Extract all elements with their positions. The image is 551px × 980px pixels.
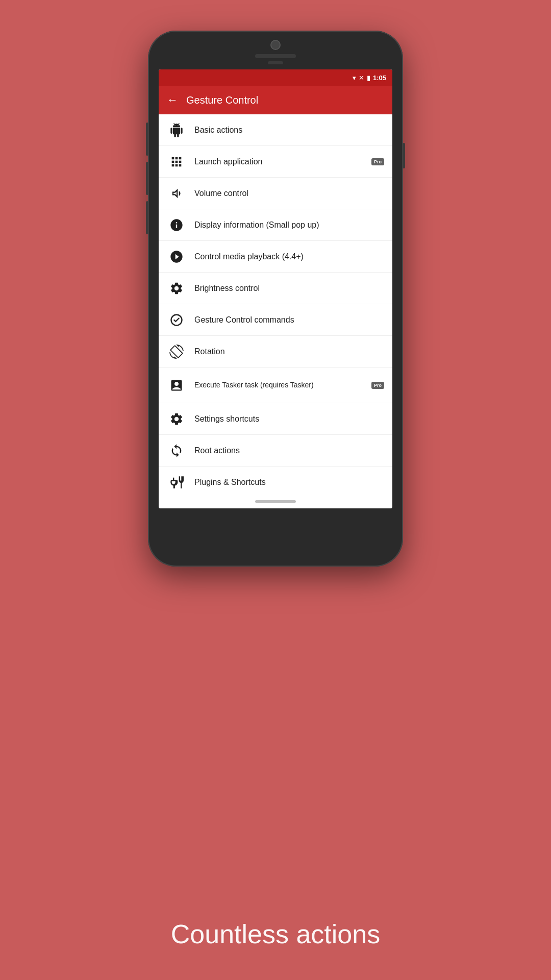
plugins-shortcuts-label: Plugins & Shortcuts bbox=[194, 478, 384, 487]
android-icon bbox=[167, 120, 186, 140]
bottom-tagline: Countless actions bbox=[171, 919, 380, 949]
settings-shortcut-icon bbox=[167, 409, 186, 429]
list-item-control-media[interactable]: Control media playback (4.4+) bbox=[159, 241, 392, 273]
status-icons: ▾ ✕ ▮ 1:05 bbox=[353, 74, 386, 82]
play-circle-icon bbox=[167, 247, 186, 266]
power-button bbox=[146, 122, 148, 156]
settings-shortcuts-label: Settings shortcuts bbox=[194, 414, 384, 424]
launch-application-label: Launch application bbox=[194, 157, 367, 166]
rotation-icon bbox=[167, 342, 186, 361]
speaker bbox=[255, 54, 296, 58]
brightness-control-label: Brightness control bbox=[194, 284, 384, 293]
battery-icon: ▮ bbox=[367, 74, 370, 82]
list-item-plugins-shortcuts[interactable]: Plugins & Shortcuts bbox=[159, 467, 392, 494]
gesture-icon bbox=[167, 310, 186, 330]
side-buttons-left bbox=[146, 122, 148, 234]
display-information-label: Display information (Small pop up) bbox=[194, 220, 384, 230]
status-time: 1:05 bbox=[373, 74, 386, 82]
bottom-indicator bbox=[159, 494, 392, 508]
root-actions-label: Root actions bbox=[194, 446, 384, 455]
execute-tasker-label: Execute Tasker task (requires Tasker) bbox=[194, 380, 367, 389]
grid-icon bbox=[167, 152, 186, 172]
list-item-basic-actions[interactable]: Basic actions bbox=[159, 114, 392, 146]
volume-up-button bbox=[146, 162, 148, 195]
signal-icon: ✕ bbox=[359, 74, 364, 82]
right-button bbox=[403, 143, 405, 168]
gesture-control-commands-label: Gesture Control commands bbox=[194, 315, 384, 325]
side-buttons-right bbox=[403, 143, 405, 168]
plugins-icon bbox=[167, 473, 186, 492]
app-bar: ← Gesture Control bbox=[159, 86, 392, 114]
execute-tasker-pro-badge: Pro bbox=[371, 382, 384, 389]
launch-application-pro-badge: Pro bbox=[371, 158, 384, 165]
tasker-icon bbox=[167, 376, 186, 395]
list-item-rotation[interactable]: Rotation bbox=[159, 336, 392, 368]
list-item-execute-tasker[interactable]: Execute Tasker task (requires Tasker) Pr… bbox=[159, 368, 392, 403]
phone-shell: ▾ ✕ ▮ 1:05 ← Gesture Control bbox=[148, 31, 403, 567]
list-item-root-actions[interactable]: Root actions bbox=[159, 435, 392, 467]
basic-actions-label: Basic actions bbox=[194, 126, 384, 135]
rotation-label: Rotation bbox=[194, 347, 384, 356]
phone-top bbox=[148, 31, 403, 64]
volume-control-label: Volume control bbox=[194, 189, 384, 198]
front-sensor bbox=[268, 61, 283, 64]
status-bar: ▾ ✕ ▮ 1:05 bbox=[159, 69, 392, 86]
home-indicator bbox=[255, 500, 296, 503]
menu-list[interactable]: Basic actions Launch application Pro Vol… bbox=[159, 114, 392, 494]
app-title: Gesture Control bbox=[186, 94, 258, 106]
volume-icon bbox=[167, 184, 186, 203]
volume-down-button bbox=[146, 201, 148, 234]
wifi-icon: ▾ bbox=[353, 74, 356, 82]
list-item-display-information[interactable]: Display information (Small pop up) bbox=[159, 209, 392, 241]
list-item-brightness-control[interactable]: Brightness control bbox=[159, 273, 392, 304]
root-icon bbox=[167, 441, 186, 460]
list-item-launch-application[interactable]: Launch application Pro bbox=[159, 146, 392, 178]
camera bbox=[270, 40, 281, 50]
brightness-icon bbox=[167, 279, 186, 298]
background: ▾ ✕ ▮ 1:05 ← Gesture Control bbox=[0, 0, 551, 980]
screen: ▾ ✕ ▮ 1:05 ← Gesture Control bbox=[159, 69, 392, 508]
list-item-gesture-control-commands[interactable]: Gesture Control commands bbox=[159, 304, 392, 336]
list-item-settings-shortcuts[interactable]: Settings shortcuts bbox=[159, 403, 392, 435]
list-item-volume-control[interactable]: Volume control bbox=[159, 178, 392, 209]
back-button[interactable]: ← bbox=[167, 93, 178, 107]
control-media-label: Control media playback (4.4+) bbox=[194, 252, 384, 261]
info-icon bbox=[167, 215, 186, 235]
